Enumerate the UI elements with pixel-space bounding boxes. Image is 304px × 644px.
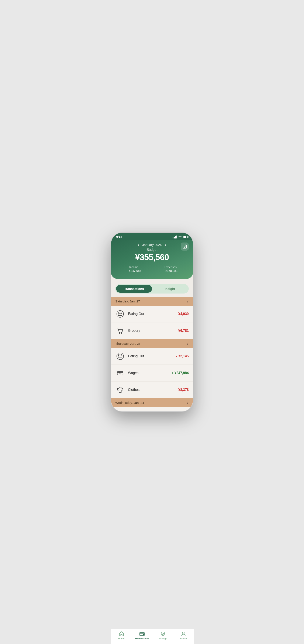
transactions-list: Saturday, Jan. 27 ∨ Eating Out - ¥4,930 (111, 297, 193, 411)
eating-out-icon (115, 309, 125, 319)
signal-icon (173, 236, 177, 238)
date-label-jan25: Thursday, Jan. 25 (115, 342, 141, 346)
svg-point-19 (118, 354, 122, 356)
month-label: January 2024 (142, 243, 162, 246)
next-month-button[interactable]: › (165, 242, 166, 247)
date-header-jan24[interactable]: Wednesday, Jan. 24 ∨ (111, 398, 193, 407)
chevron-down-icon-2: ∨ (187, 342, 189, 346)
table-row: Clothes - ¥8,378 (111, 382, 193, 398)
eating-out-icon-2 (115, 351, 125, 361)
income-section: Income + ¥247,984 (126, 266, 141, 272)
tx-amount-eating-out-1: - ¥4,930 (176, 312, 189, 316)
table-row: Transport - ¥6,405 (111, 407, 193, 411)
month-nav: ‹ January 2024 › (115, 242, 189, 247)
header: ‹ January 2024 › Budget ¥355,560 Income … (111, 240, 193, 279)
expenses-value: - ¥158,281 (163, 269, 178, 272)
tx-name-eating-out-2: Eating Out (128, 354, 176, 358)
svg-point-17 (121, 333, 122, 334)
svg-point-0 (180, 238, 180, 238)
tab-switcher: Transactions Insight (115, 284, 189, 294)
tx-amount-grocery: - ¥6,781 (176, 329, 189, 333)
date-label-jan27: Saturday, Jan. 27 (115, 300, 140, 303)
chevron-down-icon-3: ∨ (187, 401, 189, 404)
svg-point-26 (120, 373, 121, 374)
table-row: Eating Out - ¥4,930 (111, 306, 193, 322)
budget-amount: ¥355,560 (115, 252, 189, 262)
income-expenses: Income + ¥247,984 Expenses - ¥158,281 (115, 266, 189, 272)
date-label-jan24: Wednesday, Jan. 24 (115, 401, 144, 404)
svg-rect-7 (185, 246, 186, 247)
table-row: Grocery - ¥6,781 (111, 322, 193, 339)
svg-rect-6 (185, 246, 185, 247)
income-value: + ¥247,984 (126, 269, 141, 272)
status-bar: 9:41 (111, 233, 193, 240)
transport-icon (115, 410, 125, 411)
phone-frame: 9:41 (111, 232, 193, 412)
status-icons (173, 236, 188, 239)
wages-icon (115, 368, 125, 378)
clothes-icon (115, 385, 125, 395)
tx-name-eating-out-1: Eating Out (128, 312, 176, 316)
wifi-icon (178, 236, 182, 239)
expenses-label: Expenses (163, 266, 178, 269)
grocery-icon (115, 326, 125, 336)
tx-name-clothes: Clothes (128, 388, 176, 392)
date-header-jan25[interactable]: Thursday, Jan. 25 ∨ (111, 339, 193, 348)
expenses-section: Expenses - ¥158,281 (163, 266, 178, 272)
svg-point-11 (118, 312, 122, 314)
tx-name-grocery: Grocery (128, 329, 176, 333)
svg-point-16 (119, 333, 120, 334)
svg-rect-8 (184, 248, 184, 248)
prev-month-button[interactable]: ‹ (138, 242, 139, 247)
table-row: Eating Out - ¥2,145 (111, 348, 193, 365)
battery-icon (183, 236, 188, 238)
budget-label: Budget (115, 248, 189, 252)
tx-amount-wages: + ¥247,984 (172, 371, 189, 375)
phone-screen: 9:41 (111, 233, 193, 411)
table-row: Wages + ¥247,984 (111, 365, 193, 382)
svg-rect-9 (185, 248, 185, 248)
tab-insight[interactable]: Insight (152, 285, 188, 293)
tab-transactions[interactable]: Transactions (116, 285, 152, 293)
tx-amount-eating-out-2: - ¥2,145 (176, 354, 189, 358)
svg-rect-5 (184, 246, 184, 247)
tx-amount-clothes: - ¥8,378 (176, 388, 189, 392)
calendar-button[interactable] (181, 242, 189, 250)
status-time: 9:41 (116, 235, 122, 239)
income-label: Income (126, 266, 141, 269)
date-header-jan27[interactable]: Saturday, Jan. 27 ∨ (111, 297, 193, 306)
tx-name-wages: Wages (128, 371, 172, 375)
chevron-down-icon: ∨ (187, 300, 189, 303)
